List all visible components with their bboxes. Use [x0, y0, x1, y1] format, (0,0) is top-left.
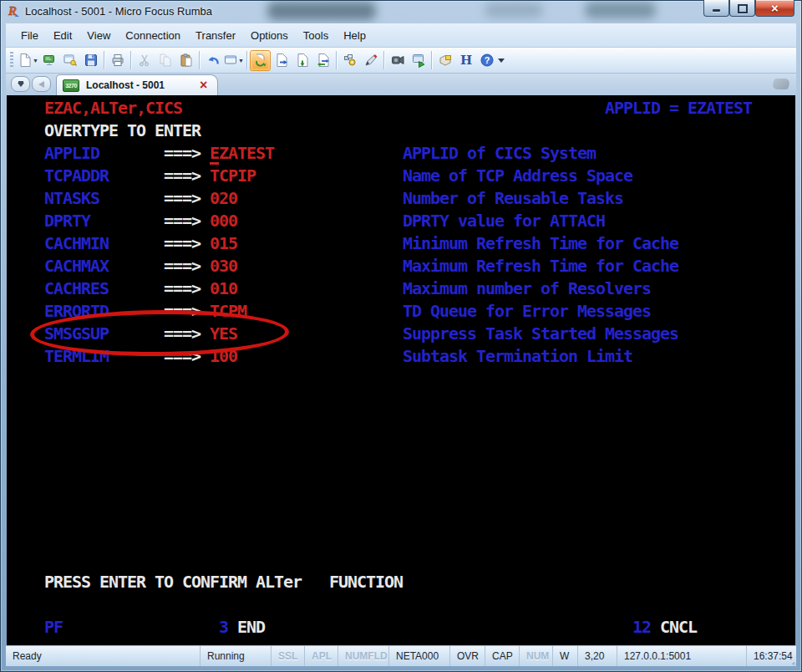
ssl-indicator: SSL [271, 646, 304, 666]
save-button[interactable] [80, 50, 101, 71]
toolbar-separator [383, 51, 384, 69]
toolbar-overflow-button[interactable] [498, 50, 508, 71]
background-blur-shape [267, 2, 376, 20]
host-address: 127.0.0.1:5001 [617, 646, 746, 666]
terminal-text: CACHMAX [44, 257, 109, 275]
svg-text:H: H [459, 53, 471, 68]
tab-list-menu-button[interactable] [11, 76, 30, 92]
menu-connection[interactable]: Connection [118, 26, 188, 45]
terminal-text: ===> [164, 166, 200, 185]
maximize-icon [738, 4, 748, 13]
undo-button[interactable] [202, 50, 223, 71]
receive-icon [295, 53, 310, 68]
toolbar-separator [336, 51, 337, 69]
transfer-icon [316, 53, 331, 68]
apl-indicator: APL [304, 646, 338, 666]
new-session-button[interactable]: ▼ [18, 50, 38, 71]
terminal-text: FUNCTION [329, 573, 403, 591]
receive-file-button[interactable] [292, 50, 312, 71]
undo-icon [206, 53, 221, 68]
tab-close-icon[interactable]: × [200, 79, 207, 92]
terminal-text: Maximum Refresh Time for Cache [403, 257, 678, 275]
menu-view[interactable]: View [79, 26, 118, 45]
settings-icon [343, 53, 358, 68]
menu-options[interactable]: Options [243, 26, 296, 45]
keyboard-state-indicator: W [552, 646, 577, 666]
terminal-text: DPRTY [44, 211, 90, 230]
status-message: Ready [6, 646, 200, 666]
display-setup-button[interactable]: ▼ [223, 50, 244, 71]
terminal-text: Minimum Refresh Time for Cache [403, 234, 678, 252]
minimize-button[interactable] [703, 0, 729, 17]
menu-file[interactable]: File [13, 26, 46, 45]
terminal-input-field[interactable]: 030 [210, 257, 237, 275]
menu-tools[interactable]: Tools [296, 26, 336, 45]
terminal-text: PRESS ENTER TO CONFIRM ALTer [44, 573, 302, 591]
copy-icon [158, 53, 173, 68]
terminal-input-field[interactable]: ZATEST [219, 144, 274, 162]
background-blur-shape [585, 2, 656, 18]
tab-menu-icon [18, 83, 24, 87]
terminal-input-field[interactable]: 020 [210, 189, 237, 207]
open-session-button[interactable] [38, 50, 59, 71]
cursor-position: 3,20 [577, 646, 617, 666]
terminal-input-field[interactable]: 015 [210, 234, 237, 252]
terminal-input-field[interactable]: 000 [210, 211, 237, 230]
keyboard-map-button[interactable] [434, 50, 455, 71]
connect-icon [253, 53, 268, 68]
terminal-text: OVERTYPE TO ENTER [44, 121, 200, 140]
terminal-text: Maximum number of Resolvers [403, 279, 651, 298]
terminal-text: 12 [632, 618, 651, 636]
resize-grip[interactable] [791, 661, 800, 670]
keyboard-icon [438, 53, 453, 68]
toolbar-grip[interactable] [10, 52, 13, 69]
macro-icon [363, 53, 378, 68]
terminal-input-field[interactable]: TCPIP [210, 166, 256, 185]
macro-button[interactable] [360, 50, 381, 71]
send-file-button[interactable] [271, 50, 292, 71]
tab-scroll-back-button[interactable] [32, 76, 51, 92]
tab-localhost-5001[interactable]: 3270 Localhost - 5001 × [56, 74, 218, 95]
record-button[interactable] [387, 50, 408, 71]
print-button[interactable] [107, 50, 128, 71]
terminal-text: APPLID = EZATEST [605, 99, 752, 117]
toolbar-separator [104, 51, 104, 69]
toolbar-separator [431, 51, 432, 69]
paste-button[interactable] [175, 50, 196, 71]
transfer-button[interactable] [312, 50, 333, 71]
terminal-screen[interactable]: EZAC,ALTer,CICSAPPLID = EZATESTOVERTYPE … [7, 95, 795, 645]
overtype-indicator: OVR [449, 646, 485, 666]
terminal-text: CNCL [660, 618, 697, 636]
svg-text:R: R [8, 4, 17, 18]
terminal-text: APPLID of CICS System [403, 144, 596, 162]
terminal-text: PF [44, 618, 63, 636]
connect-button[interactable] [250, 50, 271, 71]
menu-help[interactable]: Help [336, 26, 373, 45]
menu-transfer[interactable]: Transfer [188, 26, 243, 45]
hotspots-button[interactable]: H [455, 50, 476, 71]
terminal-text: Name of TCP Address Space [403, 166, 632, 185]
close-button[interactable]: × [755, 0, 794, 17]
caret-icon [495, 53, 510, 68]
chevron-down-icon: ▼ [33, 58, 38, 64]
terminal-text: DPRTY value for ATTACH [403, 211, 605, 230]
chevron-down-icon: ▼ [238, 58, 244, 64]
svg-text:?: ? [484, 55, 490, 65]
winkey-icon [63, 53, 78, 68]
help-button[interactable]: ? [476, 50, 497, 71]
floppy-icon [84, 53, 99, 68]
maximize-button[interactable] [729, 0, 755, 17]
terminal-input-field[interactable]: 010 [210, 279, 237, 298]
play-button[interactable] [408, 50, 429, 71]
hotspots-icon: H [459, 53, 474, 68]
terminal-input-field[interactable]: E [210, 144, 219, 165]
settings-button[interactable] [339, 50, 360, 71]
window-controls: × [703, 0, 794, 17]
session-properties-button[interactable] [59, 50, 80, 71]
menu-edit[interactable]: Edit [46, 26, 79, 45]
lu-name: NETA000 [388, 646, 449, 666]
page-icon [18, 53, 33, 68]
terminal-text: ===> [164, 144, 200, 162]
clock: 16:37:54 [746, 646, 796, 666]
terminal-3270-icon: 3270 [63, 79, 79, 92]
